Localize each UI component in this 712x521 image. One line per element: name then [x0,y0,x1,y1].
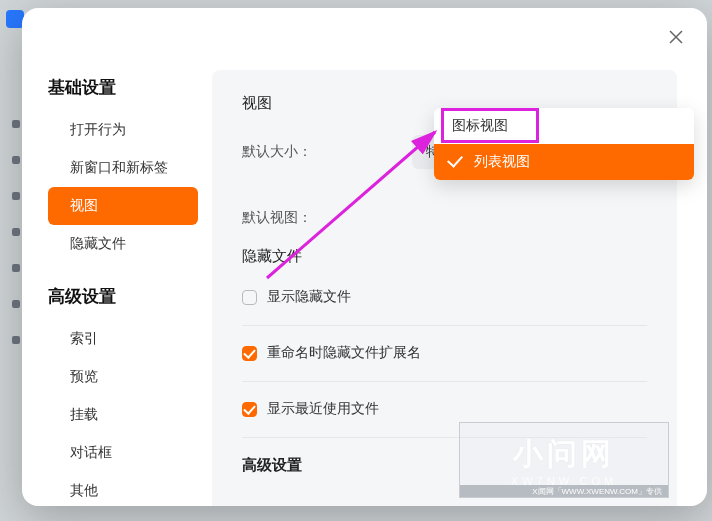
label-default-size: 默认大小： [242,143,412,161]
sidebar-category-basic: 基础设置 [48,68,198,111]
row-default-view: 默认视图： [242,209,647,227]
label-hide-ext: 重命名时隐藏文件扩展名 [267,344,421,362]
background-rail [12,120,20,470]
label-show-hidden: 显示隐藏文件 [267,288,351,306]
sidebar-item-dialog[interactable]: 对话框 [48,434,198,472]
sidebar-category-advanced: 高级设置 [48,277,198,320]
close-button[interactable] [665,26,687,48]
sidebar-item-other[interactable]: 其他 [48,472,198,506]
sidebar-item-index[interactable]: 索引 [48,320,198,358]
settings-modal: 基础设置 打开行为 新窗口和新标签 视图 隐藏文件 高级设置 索引 预览 挂载 … [22,8,707,506]
close-icon [668,29,684,45]
label-show-recent: 显示最近使用文件 [267,400,379,418]
sidebar: 基础设置 打开行为 新窗口和新标签 视图 隐藏文件 高级设置 索引 预览 挂载 … [22,8,212,506]
dropdown-option-list-view[interactable]: 列表视图 [434,144,694,180]
dropdown-default-view: 图标视图 列表视图 [434,108,694,180]
section-title-hidden: 隐藏文件 [242,247,647,266]
dropdown-option-label: 图标视图 [452,117,508,135]
checkbox-show-hidden[interactable] [242,290,257,305]
dropdown-option-label: 列表视图 [474,153,530,171]
row-show-hidden: 显示隐藏文件 [242,288,647,307]
checkbox-hide-ext[interactable] [242,346,257,361]
dropdown-option-icon-view[interactable]: 图标视图 [434,108,694,144]
row-show-recent: 显示最近使用文件 [242,400,647,419]
divider [242,381,647,382]
sidebar-item-new-window-tab[interactable]: 新窗口和新标签 [48,149,198,187]
sidebar-item-view[interactable]: 视图 [48,187,198,225]
watermark-main: 小问网 [513,434,615,475]
label-default-view: 默认视图： [242,209,412,227]
sidebar-item-hidden-files[interactable]: 隐藏文件 [48,225,198,263]
row-hide-ext: 重命名时隐藏文件扩展名 [242,344,647,363]
sidebar-item-open-behavior[interactable]: 打开行为 [48,111,198,149]
sidebar-item-mount[interactable]: 挂载 [48,396,198,434]
watermark-overlay: 小问网 XW7NW.COM X闻网「WWW.XWENW.COM」专供 [459,422,669,498]
divider [242,325,647,326]
sidebar-item-preview[interactable]: 预览 [48,358,198,396]
watermark-bar: X闻网「WWW.XWENW.COM」专供 [460,485,668,497]
checkbox-show-recent[interactable] [242,402,257,417]
